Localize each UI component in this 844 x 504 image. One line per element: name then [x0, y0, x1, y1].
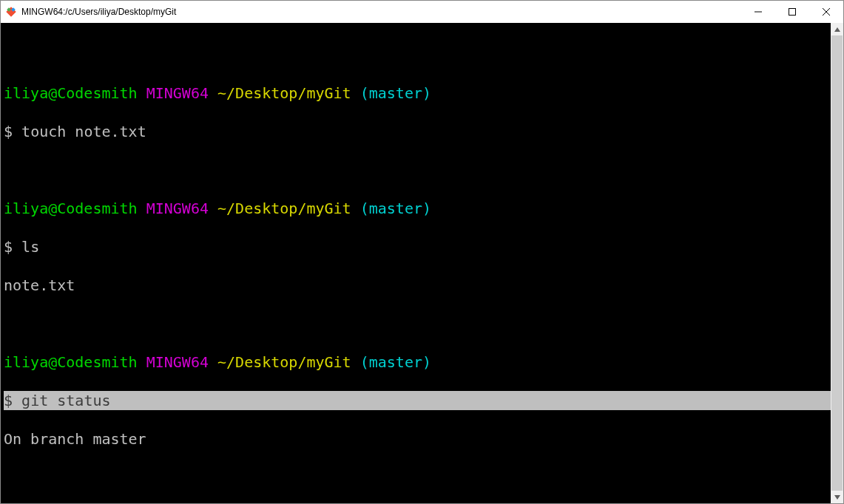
path: ~/Desktop/myGit: [217, 84, 351, 102]
blank-line: [4, 160, 831, 180]
branch: (master): [360, 200, 431, 217]
branch: (master): [360, 353, 431, 371]
titlebar[interactable]: MINGW64:/c/Users/iliya/Desktop/myGit: [1, 1, 843, 23]
close-button[interactable]: [809, 1, 843, 23]
maximize-button[interactable]: [775, 1, 809, 23]
scrollbar-thumb[interactable]: [831, 35, 843, 491]
output-line: On branch master: [4, 429, 831, 449]
command-line-highlighted: $ git status: [4, 391, 831, 410]
svg-marker-8: [834, 27, 840, 32]
blank-line: [4, 468, 831, 487]
scrollbar-track[interactable]: [831, 35, 843, 491]
env: MINGW64: [146, 84, 209, 102]
svg-rect-5: [789, 9, 796, 16]
window-title: MINGW64:/c/Users/iliya/Desktop/myGit: [21, 7, 741, 17]
prompt-symbol: $: [4, 392, 13, 409]
terminal[interactable]: iliya@Codesmith MINGW64 ~/Desktop/myGit …: [1, 23, 831, 503]
command: ls: [21, 238, 39, 256]
command: touch note.txt: [21, 123, 146, 140]
user: iliya@Codesmith: [4, 84, 138, 102]
prompt-line: iliya@Codesmith MINGW64 ~/Desktop/myGit …: [4, 353, 831, 372]
window-controls: [741, 1, 843, 23]
scroll-down-button[interactable]: [831, 491, 843, 503]
app-icon: [5, 6, 17, 18]
blank-line: [4, 45, 831, 64]
env: MINGW64: [146, 200, 209, 217]
blank-line: [4, 314, 831, 333]
scroll-up-button[interactable]: [831, 23, 843, 35]
branch: (master): [360, 84, 431, 102]
output-line: note.txt: [4, 276, 831, 295]
path: ~/Desktop/myGit: [217, 353, 351, 371]
window-frame: MINGW64:/c/Users/iliya/Desktop/myGit ili…: [0, 0, 844, 504]
user: iliya@Codesmith: [4, 353, 138, 371]
svg-marker-0: [6, 7, 16, 17]
content-wrap: iliya@Codesmith MINGW64 ~/Desktop/myGit …: [1, 23, 843, 503]
env: MINGW64: [146, 353, 209, 371]
vertical-scrollbar[interactable]: [831, 23, 843, 503]
command: git status: [21, 392, 110, 409]
path: ~/Desktop/myGit: [217, 200, 351, 217]
prompt-line: iliya@Codesmith MINGW64 ~/Desktop/myGit …: [4, 199, 831, 218]
prompt-line: iliya@Codesmith MINGW64 ~/Desktop/myGit …: [4, 84, 831, 103]
prompt-symbol: $: [4, 123, 13, 140]
svg-marker-9: [834, 495, 840, 500]
command-line: $ ls: [4, 237, 831, 256]
prompt-symbol: $: [4, 238, 13, 256]
minimize-button[interactable]: [741, 1, 775, 23]
user: iliya@Codesmith: [4, 200, 138, 217]
command-line: $ touch note.txt: [4, 122, 831, 141]
